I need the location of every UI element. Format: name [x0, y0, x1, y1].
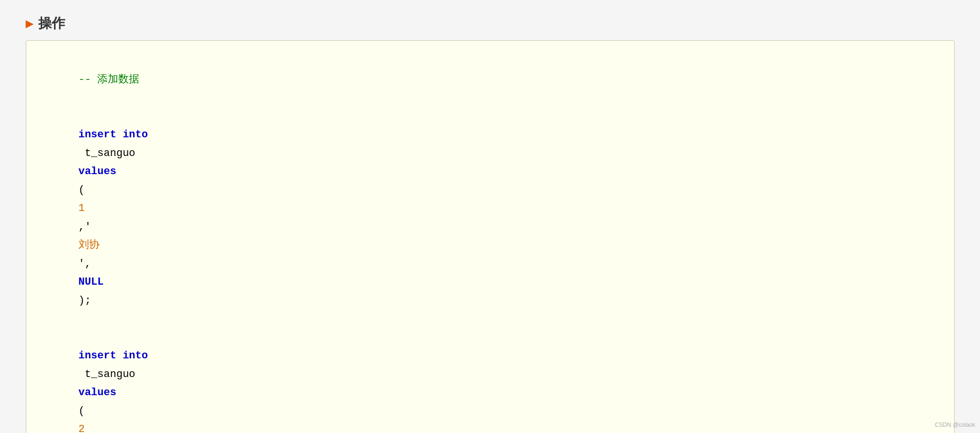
kw-null: NULL	[79, 276, 104, 288]
kw-values-1: values	[79, 166, 116, 178]
section-title-text: 操作	[38, 14, 65, 33]
paren-open-1: (	[79, 184, 85, 196]
code-block: -- 添加数据 insert into t_sanguo values ( 1 …	[26, 40, 955, 433]
section-arrow-icon: ▶	[26, 15, 34, 32]
num-1: 1	[79, 202, 85, 214]
comment-add-data: -- 添加数据	[79, 74, 140, 86]
plain-1: t_sanguo	[79, 147, 142, 159]
num-2: 2	[79, 423, 85, 433]
kw-insert-into-2: insert into	[79, 350, 148, 362]
kw-insert-into-1: insert into	[79, 129, 148, 141]
kw-values-2: values	[79, 387, 116, 399]
code-line-comment-1: -- 添加数据	[41, 52, 940, 108]
code-line-insert-1: insert into t_sanguo values ( 1 ,' 刘协 ',…	[41, 108, 940, 329]
paren-open-2: (	[79, 405, 85, 417]
section-title: ▶ 操作	[26, 14, 955, 33]
plain-2: t_sanguo	[79, 368, 142, 380]
end-1: );	[79, 295, 91, 307]
str-liuxie: 刘协	[79, 239, 100, 251]
page-container: ▶ 操作 -- 添加数据 insert into t_sanguo values…	[16, 10, 964, 433]
watermark: CSDN @colaok	[935, 422, 975, 428]
comma-str-1: ,'	[79, 221, 91, 233]
str-close-1: ',	[79, 258, 91, 270]
code-line-insert-2: insert into t_sanguo values ( 2 ,' 刘备 ',…	[41, 329, 940, 433]
